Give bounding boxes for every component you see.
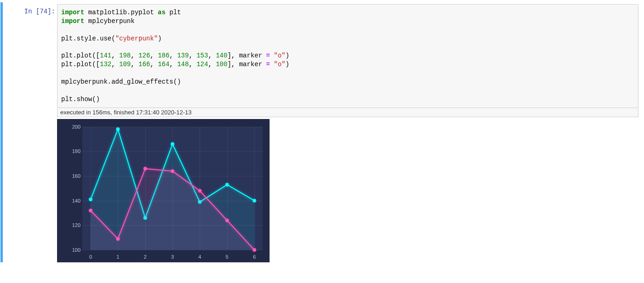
y-tick-label: 180 [72,148,80,154]
grid-line-v [91,127,91,250]
x-tick-label: 2 [144,254,147,260]
grid-line-h [82,250,263,250]
grid-line-v [118,127,118,250]
cell-body: import matplotlib.pyplot as plt import m… [57,4,644,262]
y-tick-label: 100 [72,247,80,253]
prompt-label: In [24,8,36,15]
cyberpunk-chart: 1001201401601802000123456 [57,119,270,262]
prompt-number: [74]: [36,8,55,15]
x-tick-label: 0 [89,254,92,260]
x-tick-label: 1 [116,254,119,260]
grid-line-v [172,127,173,250]
y-tick-label: 200 [72,124,80,130]
grid-line-v [145,127,146,250]
grid-line-v [227,127,228,250]
execution-status: executed in 156ms, finished 17:31:40 202… [57,108,638,117]
code-editor[interactable]: import matplotlib.pyplot as plt import m… [57,4,638,108]
plot-area [82,127,263,250]
output-area: 1001201401601802000123456 [57,117,638,262]
input-prompt: In [74]: [3,4,57,262]
x-tick-label: 6 [253,254,256,260]
code-cell: In [74]: import matplotlib.pyplot as plt… [0,2,644,262]
x-tick-label: 4 [198,254,201,260]
x-tick-label: 3 [171,254,174,260]
y-tick-label: 120 [72,222,80,228]
grid-line-v [254,127,255,250]
x-tick-label: 5 [226,254,229,260]
grid-line-v [200,127,200,250]
y-tick-label: 140 [72,198,80,204]
y-tick-label: 160 [72,173,80,179]
